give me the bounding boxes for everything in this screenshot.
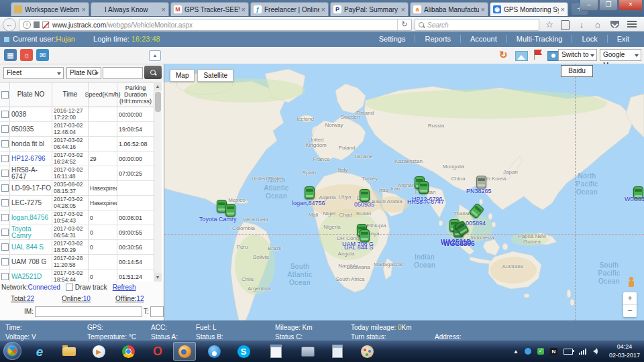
vehicle-marker-label[interactable]: HR58-A-6747 — [407, 198, 444, 205]
plate-cell[interactable]: 0038 — [10, 107, 52, 121]
table-row[interactable]: HR58-A-6747 2017-03-02 16:11:48 07:00:25 — [0, 166, 154, 181]
vehicle-marker[interactable] — [360, 189, 370, 202]
row-checkbox[interactable] — [1, 214, 9, 221]
plate-cell[interactable]: UAL 844 S — [10, 240, 52, 254]
plate-cell[interactable]: HP12-6796 — [10, 152, 52, 166]
tab-close-icon[interactable]: × — [162, 5, 166, 13]
tab-close-icon[interactable]: × — [401, 5, 405, 13]
plate-cell[interactable]: UAM 708 G — [10, 255, 52, 269]
t-input[interactable] — [150, 306, 164, 317]
tab-close-icon[interactable]: × — [82, 5, 86, 13]
tray-app-icon[interactable]: N — [550, 348, 557, 355]
network-signal-icon[interactable] — [579, 348, 587, 355]
vehicle-marker[interactable] — [225, 204, 235, 217]
bookmarks-menu-icon[interactable] — [561, 20, 570, 30]
plate-cell[interactable]: honda fit bl — [10, 137, 52, 151]
tray-antivirus-icon[interactable]: ✓ — [537, 348, 544, 355]
vehicle-marker-label[interactable]: Toyota Camry — [199, 216, 237, 223]
browser-tab[interactable]: ◉ GPS Monitoring Sy... × — [490, 2, 568, 16]
tab-close-icon[interactable]: × — [561, 5, 565, 13]
row-checkbox[interactable] — [1, 170, 9, 177]
taskbar-paint[interactable] — [356, 342, 378, 361]
maximize-button[interactable]: ❐ — [599, 0, 618, 11]
reader-mode-icon[interactable] — [34, 21, 40, 28]
row-checkbox[interactable] — [1, 273, 9, 280]
row-checkbox[interactable] — [1, 155, 9, 162]
flag-icon[interactable] — [534, 50, 535, 60]
taskbar-opera[interactable]: O — [146, 342, 169, 361]
user-menu-link[interactable]: Lock — [572, 35, 606, 43]
table-row[interactable]: HP12-6796 2017-03-02 16:24:52 29 00:00:0… — [0, 152, 154, 166]
message-button[interactable]: ✉ — [36, 49, 49, 61]
switch-to-select[interactable]: Switch to — [558, 49, 597, 61]
plate-cell[interactable]: LD-99-17-FO — [10, 181, 52, 195]
table-row[interactable]: Toyota Camry 2017-03-02 06:54:31 0 09:00… — [0, 225, 154, 240]
im-input[interactable] — [35, 306, 142, 317]
tab-close-icon[interactable]: × — [241, 5, 246, 13]
map-view-button[interactable]: Map — [170, 69, 195, 82]
vehicle-marker-label[interactable]: WGC8396 — [443, 240, 475, 247]
map-canvas[interactable]: North Atlantic Ocean South Atlantic Ocea… — [164, 64, 644, 320]
page-info-icon[interactable]: i — [23, 21, 31, 29]
url-text[interactable]: www.justrack.com/webgps/VehicleMonitor.a… — [52, 21, 193, 29]
vehicle-marker-label[interactable]: UAL 844 S — [344, 244, 373, 251]
pegman-icon[interactable] — [628, 277, 635, 288]
map-provider-select[interactable]: Google Map — [600, 49, 641, 61]
fleet-select[interactable]: Fleet — [3, 67, 64, 79]
tray-expand-icon[interactable]: ▲ — [513, 349, 519, 355]
taskbar-explorer[interactable] — [58, 342, 80, 361]
taskbar-clock[interactable]: 04:2402-03-2017 — [609, 343, 640, 360]
browser-tab[interactable]: P PayPal: Summary × — [330, 2, 409, 16]
reload-icon[interactable]: ↻ — [397, 19, 411, 30]
battery-icon[interactable] — [564, 349, 573, 355]
table-row[interactable]: logan,84756 2017-03-02 10:54:43 0 00:08:… — [0, 210, 154, 225]
plate-cell[interactable]: logan,84756 — [10, 210, 52, 225]
tray-qq-icon[interactable] — [525, 348, 531, 355]
vehicle-marker-label[interactable]: PN38265 — [466, 188, 492, 194]
draw-track-checkbox[interactable] — [66, 284, 73, 291]
browser-tab[interactable]: a Alibaba Manufacturer ... × — [410, 2, 488, 16]
browser-tab[interactable]: I Always Know × — [91, 2, 169, 16]
start-button[interactable] — [3, 342, 21, 360]
taskbar-media-player[interactable]: ▶ — [87, 342, 110, 361]
row-checkbox[interactable] — [1, 184, 9, 192]
table-row[interactable]: LEC-7275 2017-03-02 04:28:05 Hasexpired — [0, 196, 154, 210]
url-bar[interactable]: i www.justrack.com/webgps/VehicleMonitor… — [19, 19, 412, 31]
row-checkbox[interactable] — [1, 125, 9, 133]
vehicle-marker-label[interactable]: 050935 — [354, 201, 374, 208]
vehicle-marker-label[interactable]: logan,84756 — [292, 200, 325, 206]
table-row[interactable]: LD-99-17-FO 2035-08-02 08:15:37 Hasexpir… — [0, 181, 154, 196]
collapse-panel-button[interactable]: ▴ — [149, 50, 161, 61]
tab-close-icon[interactable]: × — [481, 5, 485, 13]
menu-icon[interactable] — [627, 21, 637, 28]
user-menu-link[interactable]: Exit — [607, 35, 639, 43]
row-checkbox[interactable] — [1, 243, 9, 251]
search-bar[interactable]: Search — [415, 19, 539, 31]
plate-cell[interactable]: Toyota Camry — [10, 225, 52, 239]
user-menu-link[interactable]: Settings — [370, 35, 415, 43]
scroll-down-arrow[interactable]: ▼ — [154, 273, 162, 282]
taskbar-wallet[interactable] — [297, 342, 319, 361]
plate-cell[interactable]: LEC-7275 — [10, 196, 52, 210]
row-checkbox[interactable] — [1, 229, 9, 236]
table-row[interactable]: 050935 2017-03-02 12:48:04 19:08:54 — [0, 122, 154, 137]
search-button[interactable] — [144, 66, 162, 79]
street-view-icon[interactable] — [515, 51, 528, 61]
blocked-content-icon[interactable] — [42, 21, 49, 28]
user-menu-link[interactable]: Multi-Tracking — [506, 35, 572, 43]
browser-tab[interactable]: M GPS Tracker-SEEW... × — [170, 2, 249, 16]
row-checkbox[interactable] — [1, 140, 9, 147]
home-icon[interactable]: ⌂ — [592, 19, 604, 29]
table-row[interactable]: WA2521D 2017-03-02 18:54:44 0 01:51:24 — [0, 269, 154, 282]
taskbar-ie[interactable]: e — [28, 342, 51, 361]
taskbar-chrome[interactable] — [117, 342, 140, 361]
plate-cell[interactable]: WA2521D — [10, 269, 52, 282]
row-checkbox[interactable] — [1, 199, 9, 206]
zoom-out-button[interactable]: − — [623, 305, 637, 317]
vehicle-marker-label[interactable]: 005894 — [466, 220, 486, 227]
vehicle-marker[interactable] — [476, 176, 486, 188]
plate-no-select[interactable]: Plate NO — [66, 67, 101, 79]
plate-cell[interactable]: 050935 — [10, 122, 52, 136]
table-row[interactable]: UAL 844 S 2017-03-02 18:50:29 0 00:30:56 — [0, 240, 154, 255]
taskbar-qq[interactable] — [203, 342, 225, 361]
